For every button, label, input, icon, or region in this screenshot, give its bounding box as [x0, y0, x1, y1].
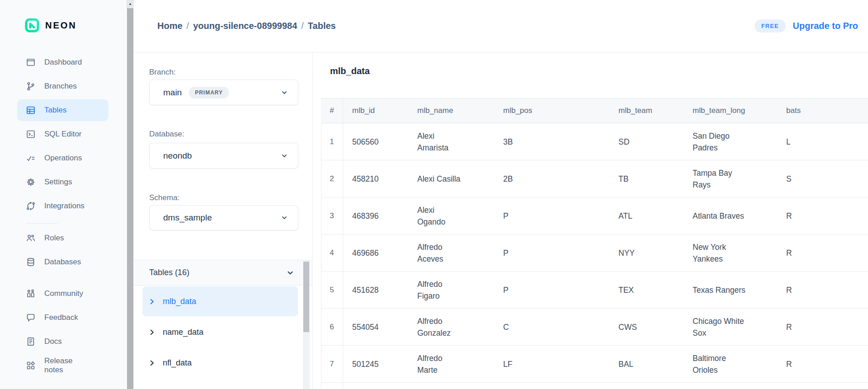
database-select[interactable]: neondb [149, 143, 298, 169]
sidebar-item-docs[interactable]: Docs [17, 331, 108, 352]
docs-icon [26, 337, 36, 347]
sidebar: NEON Dashboard Branches Tables [0, 0, 127, 389]
schema-select[interactable]: dms_sample [149, 205, 298, 230]
cell-mlb-team: ATL [609, 210, 683, 222]
branch-value: main [163, 88, 182, 98]
scroll-up-button[interactable]: ▲ [127, 0, 134, 8]
cell-mlb-pos: P [494, 210, 609, 222]
table-row[interactable]: 6 554054 Alfredo Gonzalez C CWS Chicago … [321, 309, 868, 346]
table-row[interactable]: 3 468396 Alexi Ogando P ATL Atlanta Brav… [321, 197, 868, 234]
cell-mlb-team: CWS [609, 321, 683, 333]
column-header-mlb-team: mlb_team [609, 106, 683, 115]
breadcrumb-link[interactable]: Home [157, 21, 183, 31]
database-icon [26, 257, 36, 267]
breadcrumb-item: / young-silence-08999984 [183, 21, 297, 31]
table-row[interactable]: 1 506560 Alexi Amarista 3B SD San Diego … [321, 123, 868, 160]
data-table: # mlb_id mlb_name mlb_pos mlb_team mlb_t… [321, 98, 868, 389]
cell-bats: R [777, 210, 868, 222]
cell-bats: R [777, 284, 868, 296]
tables-panel-scrollbar[interactable] [303, 260, 310, 389]
database-value: neondb [163, 151, 192, 161]
table-row[interactable]: 5 451628 Alfredo Figaro P TEX Texas Rang… [321, 272, 868, 309]
release-notes-icon [26, 361, 36, 370]
cell-bats: R [777, 358, 868, 370]
cell-mlb-id: 469686 [343, 247, 408, 259]
chevron-down-icon [281, 214, 288, 221]
neon-logo[interactable]: NEON [25, 18, 127, 33]
sidebar-item-roles[interactable]: Roles [17, 227, 108, 249]
cell-mlb-team-long: Tampa Bay Rays [683, 167, 777, 191]
cell-mlb-pos: P [494, 247, 609, 259]
table-header-row: # mlb_id mlb_name mlb_pos mlb_team mlb_t… [321, 98, 868, 123]
upgrade-to-pro-link[interactable]: Upgrade to Pro [793, 21, 858, 31]
table-list-item[interactable]: mlb_data [142, 286, 298, 316]
top-bar: / Home / young-silence-08999984 / Tables… [134, 0, 868, 52]
tables-section-header[interactable]: Tables (16) [134, 260, 312, 286]
content-body: Branch: main PRIMARY Database: neondb Sc… [134, 52, 868, 389]
sidebar-item-release-notes[interactable]: Release notes [17, 355, 108, 376]
plan-badge: FREE [755, 19, 786, 33]
sidebar-item-sql-editor[interactable]: SQL Editor [17, 123, 108, 145]
cell-mlb-name: Alexi Ogando [408, 204, 494, 228]
cell-row-number: 7 [321, 358, 343, 370]
column-header-bats: bats [777, 106, 868, 115]
sql-editor-icon [26, 129, 36, 139]
column-header-mlb-name: mlb_name [408, 106, 494, 115]
chevron-right-icon [149, 329, 156, 336]
chevron-down-icon [281, 89, 288, 96]
tables-list: mlb_data name_data nfl_data [134, 286, 312, 378]
cell-mlb-id: 501245 [343, 358, 408, 370]
breadcrumb: / Home / young-silence-08999984 / Tables [157, 21, 336, 31]
schema-value: dms_sample [163, 213, 212, 223]
breadcrumb-link[interactable]: Tables [308, 21, 336, 31]
cell-mlb-pos: 2B [494, 173, 609, 185]
table-row[interactable]: 7 501245 Alfredo Marte LF BAL Baltimore … [321, 346, 868, 383]
cell-mlb-pos: C [494, 321, 609, 333]
neon-logo-icon [25, 18, 39, 33]
breadcrumb-separator: / [301, 21, 304, 31]
table-list-item[interactable]: name_data [142, 317, 298, 347]
sidebar-item-branches[interactable]: Branches [17, 75, 108, 97]
table-row[interactable]: 2 458210 Alexi Casilla 2B TB Tampa Bay R… [321, 160, 868, 197]
integrations-icon [26, 201, 36, 211]
sidebar-item-integrations[interactable]: Integrations [17, 195, 108, 217]
gear-icon [26, 177, 36, 187]
sidebar-item-operations[interactable]: Operations [17, 147, 108, 169]
sidebar-scrollbar[interactable]: ▲ [127, 0, 134, 389]
cell-mlb-team: NYY [609, 247, 683, 259]
cell-mlb-team-long: Baltimore Orioles [683, 352, 777, 376]
sidebar-nav: Dashboard Branches Tables SQL Editor [0, 52, 127, 376]
table-list-item[interactable]: nfl_data [142, 348, 298, 378]
index-column-separator [343, 98, 343, 389]
tables-icon [26, 105, 36, 115]
cell-mlb-pos: P [494, 284, 609, 296]
branches-icon [26, 81, 36, 91]
sidebar-item-community[interactable]: Community [17, 283, 108, 305]
tables-section-title: Tables (16) [149, 268, 189, 277]
table-name: nfl_data [163, 358, 192, 368]
sidebar-scrollbar-thumb[interactable] [127, 8, 133, 389]
cell-bats: R [777, 321, 868, 333]
cell-mlb-name: Alexi Casilla [408, 173, 494, 185]
breadcrumb-link[interactable]: young-silence-08999984 [193, 21, 297, 31]
table-row[interactable]: 4 469686 Alfredo Aceves P NYY New York Y… [321, 234, 868, 272]
sidebar-item-feedback[interactable]: Feedback [17, 307, 108, 328]
sidebar-item-dashboard[interactable]: Dashboard [17, 52, 108, 73]
table-name: mlb_data [163, 297, 196, 306]
sidebar-item-settings[interactable]: Settings [17, 171, 108, 193]
filter-panel: Branch: main PRIMARY Database: neondb Sc… [134, 52, 313, 389]
tables-panel-scrollbar-thumb[interactable] [303, 262, 309, 332]
cell-mlb-team: SD [609, 136, 683, 148]
topbar-right: FREE Upgrade to Pro [755, 19, 858, 33]
cell-bats: S [777, 173, 868, 185]
cell-mlb-team: BAL [609, 358, 683, 370]
cell-mlb-id: 458210 [343, 173, 408, 185]
cell-mlb-team-long: Texas Rangers [683, 284, 777, 296]
sidebar-item-tables[interactable]: Tables [17, 99, 108, 121]
column-header-mlb-pos: mlb_pos [494, 106, 609, 115]
branch-select[interactable]: main PRIMARY [149, 80, 298, 105]
sidebar-item-databases[interactable]: Databases [17, 251, 108, 273]
cell-mlb-pos: LF [494, 358, 609, 370]
cell-row-number: 6 [321, 321, 343, 333]
chevron-right-icon [149, 360, 156, 366]
